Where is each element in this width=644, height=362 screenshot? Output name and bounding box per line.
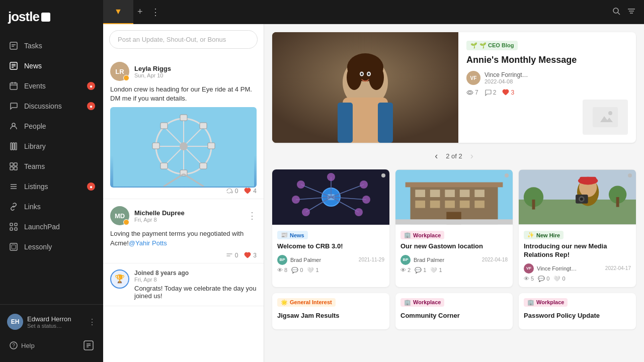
svg-point-70 [469,92,471,94]
svg-rect-68 [338,103,353,143]
feed-image [110,107,257,188]
sidebar-item-lessonly[interactable]: Lessonly [0,237,103,257]
sidebar-item-library[interactable]: Library [0,136,103,156]
more-icon[interactable]: ⋮ [248,210,257,221]
post-input[interactable]: Post an Update, Shout-Out, or Bonus [109,30,258,49]
featured-author: VF Vince Forringt… 2022-04-08 [466,71,628,85]
svg-rect-27 [12,245,16,249]
bottom-card-tag-row: 🏢 Workplace [400,298,508,310]
sidebar-item-launchpad[interactable]: LaunchPad [0,217,103,237]
article-stats: 7 2 3 [466,89,628,96]
sidebar-item-label: Library [24,142,46,150]
sidebar: jostle Tasks News Events ● Disc [0,0,103,362]
sidebar-item-listings[interactable]: Listings ● [0,176,103,197]
anniversary-item: 🏆 Joined 8 years ago Fri, Apr 8 Congrats… [103,263,264,306]
hearts-stat: 🤍 1 [307,267,318,274]
news-card-bottom[interactable]: 🌟 General Interest Jigsaw Jam Results [272,293,389,329]
author-date: 2022-04-18 [482,257,508,262]
feed-user-name: Michelle Dupree [134,209,248,217]
lessonly-icon [8,241,19,252]
sidebar-item-teams[interactable]: Teams [0,156,103,176]
heart-action[interactable]: 4 [244,188,257,195]
people-icon [8,121,19,132]
avatar: LR [110,62,129,81]
heart-action[interactable]: 3 [244,252,257,259]
next-page-button[interactable]: › [470,151,473,161]
card-dot [505,173,509,177]
news-card-bottom[interactable]: 🏢 Workplace Password Policy Update [519,293,636,329]
card-author: BP Brad Palmer 2022-04-18 [400,255,508,265]
news-card[interactable]: 🏢 Workplace Our new Gastown location BP … [395,169,513,287]
reply-action[interactable]: 0 [226,188,238,195]
svg-rect-14 [15,143,17,150]
user-more-icon[interactable]: ⋮ [88,317,96,327]
news-card[interactable]: ✨ New Hire Introducing our new Media Rel… [519,169,636,287]
sidebar-item-tasks[interactable]: Tasks [0,36,103,56]
card-tag: 🌟 General Interest [277,298,336,307]
book-item[interactable] [81,337,96,354]
featured-title: Annie's Monthly Message [466,54,628,66]
filter-button[interactable] [627,7,636,18]
logo-text: jostle [8,9,39,25]
card-image [272,169,389,225]
reply-action[interactable]: 0 [226,252,238,259]
svg-point-112 [580,198,583,201]
svg-rect-51 [200,123,207,129]
prev-page-button[interactable]: ‹ [435,151,438,161]
nav-items: Tasks News Events ● Discussions ● [0,34,103,304]
sidebar-item-label: Listings [24,183,48,191]
svg-point-87 [355,208,363,216]
top-bar: ▼ + ⋮ [103,0,644,24]
svg-point-85 [362,196,370,204]
views-stat: 👁 5 [524,276,534,282]
svg-rect-22 [10,223,13,226]
hearts-stat: 🤍 1 [430,267,442,274]
svg-rect-16 [14,163,17,166]
tag-label: 🌱 CEO Blog [479,42,514,49]
author-date: 2021-11-29 [359,257,384,262]
sidebar-item-events[interactable]: Events ● [0,76,103,96]
svg-rect-93 [430,190,440,197]
reply-count: 0 [235,188,238,195]
top-right-actions [612,7,644,18]
sidebar-item-label: News [24,62,42,70]
svg-rect-91 [406,183,503,188]
tasks-icon [8,40,19,51]
feed-items: LR Leyla Riggs Sun, Apr 10 London crew i… [103,55,264,362]
news-card-bottom[interactable]: 🏢 Workplace Community Corner [395,293,513,329]
more-button[interactable]: ⋮ [151,7,160,18]
feed-actions: 0 3 [110,252,257,259]
heart-count: 4 [253,188,257,195]
help-item[interactable]: ? Help [7,338,37,353]
featured-image [272,32,458,143]
svg-rect-116 [616,197,619,207]
svg-rect-17 [10,167,13,170]
logo-icon [41,13,50,22]
feed-user-date: Fri, Apr 8 [134,217,248,223]
add-button[interactable]: + [137,7,143,17]
sidebar-item-links[interactable]: Links [0,197,103,217]
card-image [395,169,513,225]
mention[interactable]: @Yahir Potts [129,239,167,247]
active-tab[interactable]: ▼ [103,0,133,24]
library-icon [8,141,19,152]
sidebar-item-news[interactable]: News [0,56,103,76]
logo: jostle [0,0,103,34]
author-avatar: BP [400,255,411,265]
search-button[interactable] [612,7,621,18]
author-date: 2022-04-08 [485,78,528,84]
svg-rect-99 [445,201,455,208]
news-card[interactable]: 📰 News Welcome to CRB 3.0! BP Brad Palme… [272,169,389,287]
heart-count: 3 [253,252,257,259]
sidebar-item-discussions[interactable]: Discussions ● [0,96,103,116]
user-status[interactable]: Set a status… [27,323,88,329]
feed-user-date: Sun, Apr 10 [134,72,257,78]
sidebar-item-people[interactable]: People [0,116,103,136]
feed-text: Loving the payment terms you negotiated … [110,229,257,247]
user-section[interactable]: EH Edward Herron Set a status… ⋮ [0,310,103,334]
svg-rect-53 [200,163,207,169]
feed-item: LR Leyla Riggs Sun, Apr 10 London crew i… [103,55,264,199]
anniversary-icon: 🏆 [110,269,129,289]
featured-article[interactable]: 🌱 🌱 CEO Blog Annie's Monthly Message VF … [272,32,636,143]
card-bottom-content: 🏢 Workplace Community Corner [395,293,513,329]
